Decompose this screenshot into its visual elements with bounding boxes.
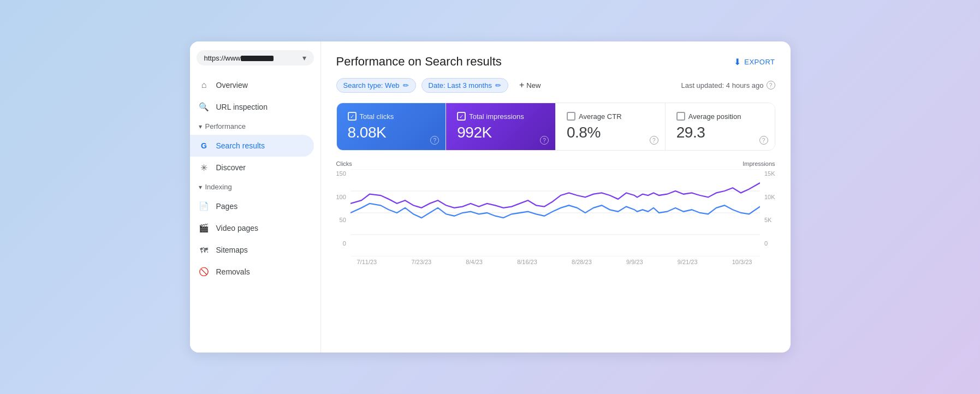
metric-value: 992K [457,124,544,141]
chart-y-right-label: Impressions [743,160,775,167]
sidebar-item-pages[interactable]: 📄 Pages [190,195,314,217]
edit-icon: ✏ [495,81,501,89]
date-range-filter[interactable]: Date: Last 3 months ✏ [421,78,508,93]
asterisk-icon: ✳ [199,162,210,173]
x-axis-labels: 7/11/23 7/23/23 8/4/23 8/16/23 8/28/23 9… [336,256,775,265]
plus-icon: + [519,80,524,90]
metric-label: Total clicks [348,112,435,121]
search-icon: 🔍 [199,102,210,112]
sidebar-item-url-inspection[interactable]: 🔍 URL inspection [190,96,314,118]
metric-label: Average CTR [567,112,654,121]
filter-chip-label: Date: Last 3 months [429,81,492,89]
page-title: Performance on Search results [336,55,502,69]
checkbox-icon [348,112,357,121]
metric-cards: Total clicks 8.08K ? Total impressions 9… [336,103,775,151]
help-icon[interactable]: ? [650,136,658,145]
sidebar-item-label: Sitemaps [216,246,248,254]
chart-area: Clicks Impressions 150 100 50 0 [336,160,775,339]
chart-axes: 150 100 50 0 [336,169,775,256]
sidebar-item-search-results[interactable]: G Search results [190,135,314,157]
sitemaps-icon: 🗺 [199,244,210,255]
chart-svg [351,169,760,256]
sidebar-item-overview[interactable]: ⌂ Overview [190,74,314,96]
help-icon[interactable]: ? [430,136,439,145]
sidebar-item-label: Discover [216,163,246,172]
download-icon: ⬇ [734,57,741,67]
metric-card-average-ctr[interactable]: Average CTR 0.8% ? [556,103,666,150]
google-g-icon: G [199,140,210,151]
chevron-down-icon: ▾ [199,123,202,130]
sidebar-item-label: Search results [216,141,265,150]
search-type-filter[interactable]: Search type: Web ✏ [336,78,416,93]
checkbox-icon [567,112,575,121]
metric-value: 29.3 [676,124,764,141]
metric-value: 0.8% [567,124,654,141]
help-icon[interactable]: ? [540,136,549,145]
section-performance[interactable]: ▾ Performance [190,118,320,135]
help-icon[interactable]: ? [767,81,775,89]
chevron-down-icon: ▾ [199,183,202,191]
sidebar-item-sitemaps[interactable]: 🗺 Sitemaps [190,239,314,261]
last-updated: Last updated: 4 hours ago ? [681,81,775,89]
chart-labels-row: Clicks Impressions [336,160,775,169]
sidebar-item-label: Removals [216,267,250,276]
sidebar-item-discover[interactable]: ✳ Discover [190,157,314,178]
edit-icon: ✏ [403,81,409,89]
url-bar[interactable]: https://www ▾ [197,50,314,65]
metric-value: 8.08K [348,124,435,141]
help-icon[interactable]: ? [759,136,768,145]
sidebar-item-video-pages[interactable]: 🎬 Video pages [190,217,314,239]
top-bar: Performance on Search results ⬇ EXPORT [336,55,775,69]
sidebar-item-label: URL inspection [216,103,268,111]
metric-label: Total impressions [457,112,544,121]
section-label-text: Performance [205,122,246,130]
checkbox-icon [457,112,466,121]
y-axis-right: 15K 10K 5K 0 [760,169,775,256]
chevron-down-icon: ▾ [302,53,306,62]
sidebar-item-removals[interactable]: 🚫 Removals [190,261,314,283]
metric-card-total-clicks[interactable]: Total clicks 8.08K ? [337,103,447,150]
main-content: Performance on Search results ⬇ EXPORT S… [321,41,791,353]
chart-y-left-label: Clicks [336,160,352,167]
sidebar-item-label: Pages [216,202,238,211]
sidebar-item-label: Overview [216,81,248,89]
url-text: https://www [204,54,299,62]
metric-card-average-position[interactable]: Average position 29.3 ? [666,103,775,150]
main-card: https://www ▾ ⌂ Overview 🔍 URL inspectio… [190,41,791,353]
checkbox-icon [676,112,685,121]
video-pages-icon: 🎬 [199,223,210,234]
sidebar: https://www ▾ ⌂ Overview 🔍 URL inspectio… [190,41,321,353]
section-indexing[interactable]: ▾ Indexing [190,178,320,195]
home-icon: ⌂ [199,80,210,91]
removals-icon: 🚫 [199,266,210,277]
sidebar-item-label: Video pages [216,224,259,232]
new-button[interactable]: + New [514,77,546,93]
metric-card-total-impressions[interactable]: Total impressions 992K ? [446,103,556,150]
export-button[interactable]: ⬇ EXPORT [734,57,775,67]
metric-label: Average position [676,112,764,121]
filter-bar: Search type: Web ✏ Date: Last 3 months ✏… [336,77,775,93]
filter-chip-label: Search type: Web [343,81,400,89]
pages-icon: 📄 [199,201,210,212]
section-label-text: Indexing [205,183,232,191]
y-axis-left: 150 100 50 0 [336,169,351,256]
